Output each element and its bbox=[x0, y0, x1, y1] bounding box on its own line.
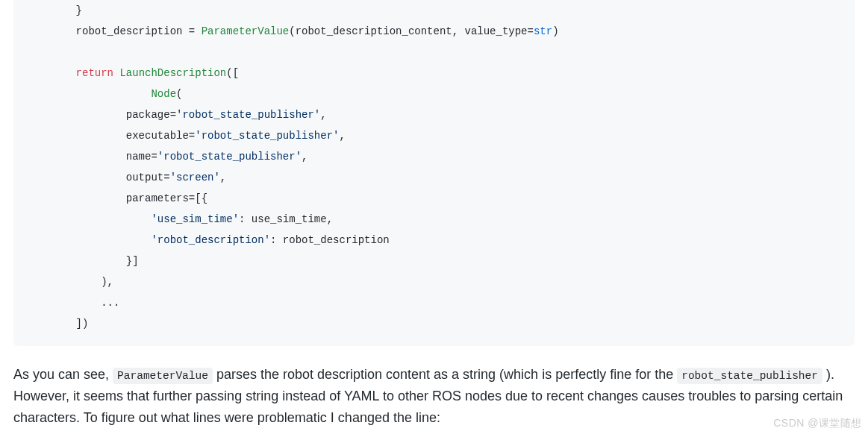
code-line: output='screen', bbox=[51, 167, 843, 188]
code-line: robot_description = ParameterValue(robot… bbox=[51, 21, 843, 42]
code-line: return LaunchDescription([ bbox=[51, 63, 843, 84]
code-block: } robot_description = ParameterValue(rob… bbox=[13, 0, 855, 346]
code-line: 'use_sim_time': use_sim_time, bbox=[51, 209, 843, 230]
code-line: ... bbox=[51, 292, 843, 313]
inline-code: robot_state_publisher bbox=[677, 368, 822, 384]
text: parses the robot description content as … bbox=[213, 367, 677, 382]
code-line: ), bbox=[51, 271, 843, 292]
code-line: } bbox=[51, 0, 843, 21]
text: As you can see, bbox=[13, 367, 113, 382]
code-line: parameters=[{ bbox=[51, 188, 843, 209]
code-line: package='robot_state_publisher', bbox=[51, 104, 843, 125]
code-line: }] bbox=[51, 251, 843, 271]
code-line: executable='robot_state_publisher', bbox=[51, 125, 843, 146]
code-line: 'robot_description': robot_description bbox=[51, 230, 843, 251]
prose-section: As you can see, ParameterValue parses th… bbox=[0, 364, 868, 437]
code-line: ]) bbox=[51, 313, 843, 334]
inline-code: ParameterValue bbox=[113, 368, 213, 384]
code-line bbox=[51, 42, 843, 63]
watermark: CSDN @课堂随想 bbox=[773, 415, 862, 431]
code-line: Node( bbox=[51, 84, 843, 104]
code-line: name='robot_state_publisher', bbox=[51, 146, 843, 167]
paragraph-en: As you can see, ParameterValue parses th… bbox=[13, 364, 855, 428]
